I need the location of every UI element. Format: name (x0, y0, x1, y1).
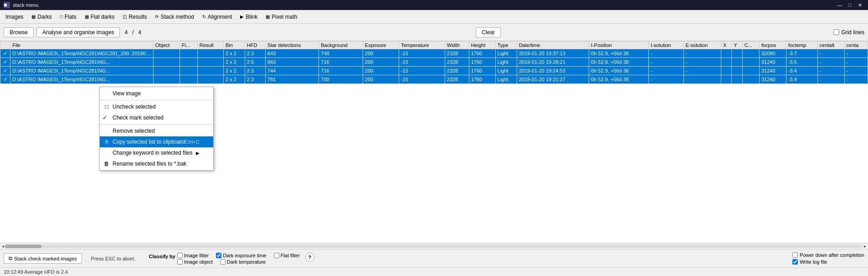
write-log-checkbox[interactable] (792, 259, 798, 265)
context-menu-item-view-image[interactable]: View image (100, 88, 213, 99)
classify-row-2: Image object Dark temperature (177, 259, 300, 265)
context-menu-shortcut: Ctrl+C (185, 139, 199, 145)
menu-blink[interactable]: ▶ Blink (236, 13, 261, 21)
context-menu-item-remove-selected[interactable]: Remove selected (100, 125, 213, 136)
col-centalt[interactable]: centalt (817, 42, 844, 49)
table-row[interactable]: ✓D:\ASTRO IMAGES\_1Temp\NGC281\NG...2 x … (0, 67, 868, 75)
menu-item-icon: □ (103, 103, 111, 111)
col-iposition[interactable]: I-Position (589, 42, 649, 49)
col-bin[interactable]: Bin (223, 42, 245, 49)
col-background[interactable]: Background (319, 42, 363, 49)
menu-images[interactable]: Images (2, 13, 27, 21)
col-centa[interactable]: centa (844, 42, 868, 49)
col-c[interactable]: C... (742, 42, 759, 49)
scroll-track[interactable] (5, 245, 863, 248)
gridlines-label: Grid lines (841, 29, 864, 36)
count-separator: / (132, 29, 134, 36)
col-result[interactable]: Result (197, 42, 223, 49)
menu-stack-method[interactable]: ⟳ Stack method (151, 13, 197, 21)
menu-darks[interactable]: ▦ Darks (28, 13, 55, 21)
context-menu-item-check-mark-selected[interactable]: ✓Check mark selected (100, 112, 213, 123)
table-row[interactable]: ✓D:\ASTRO IMAGES\_1Temp\NGC281\NGC281_20… (0, 49, 868, 58)
col-temperature[interactable]: Temperature (399, 42, 445, 49)
maximize-button[interactable]: □ (845, 1, 854, 9)
context-menu-item-label: View image (113, 90, 141, 97)
context-menu-item-label: Check mark selected (113, 115, 164, 121)
gridlines-checkbox[interactable] (833, 29, 839, 35)
menu-flat-darks[interactable]: ▦ Flat darks (81, 13, 118, 21)
toolbar: Browse Analyse and organise images 4 / 4… (0, 24, 868, 41)
analyse-button[interactable]: Analyse and organise images (36, 27, 120, 37)
title-bar: ■ stack menu — □ ✕ (0, 0, 868, 10)
stack-button-label: Stack check marked images (14, 256, 77, 261)
col-file[interactable]: File (10, 42, 154, 49)
context-menu-item-label: Remove selected (113, 128, 155, 134)
stack-button[interactable]: ⧉ Stack check marked images (4, 253, 82, 264)
col-x[interactable]: X (721, 42, 732, 49)
col-width[interactable]: Width (445, 42, 469, 49)
classify-image-object-checkbox[interactable] (177, 259, 183, 265)
minimize-button[interactable]: — (835, 1, 844, 9)
col-object[interactable]: Object (153, 42, 180, 49)
col-exposure[interactable]: Exposure (363, 42, 399, 49)
table-area: File Object Fi... Result Bin HFD Star de… (0, 41, 868, 249)
clear-button[interactable]: Clear (476, 27, 501, 37)
count-current: 4 (123, 29, 129, 36)
col-y[interactable]: Y (732, 42, 742, 49)
menu-results[interactable]: ◫ Results (119, 13, 150, 21)
classify-row-1: Image filter Dark exposure time Flat fil… (177, 253, 300, 258)
col-check (0, 42, 10, 49)
context-menu-separator (100, 124, 213, 125)
classify-section: Classify by Image filter Dark exposure t… (149, 253, 314, 265)
classify-dark-temperature[interactable]: Dark temperature (220, 259, 266, 265)
horizontal-scrollbar[interactable]: ◂ ▸ (0, 243, 868, 249)
menu-pixel-math[interactable]: ▦ Pixel math (262, 13, 301, 21)
menu-item-icon: 🗑 (103, 160, 111, 168)
scroll-thumb[interactable] (5, 245, 41, 248)
close-button[interactable]: ✕ (855, 1, 864, 9)
context-menu-item-label: Uncheck selected (113, 104, 156, 110)
menu-item-icon: ⎘ (103, 138, 111, 146)
help-button[interactable]: ? (305, 253, 314, 262)
classify-flat-filter-checkbox[interactable] (274, 253, 279, 258)
classify-dark-exposure[interactable]: Dark exposure time (216, 253, 266, 258)
classify-dark-temperature-checkbox[interactable] (220, 259, 226, 265)
col-foctemp[interactable]: foctemp (786, 42, 817, 49)
classify-image-object[interactable]: Image object (177, 259, 213, 265)
context-menu-item-label: Change keyword in selected files (113, 150, 192, 156)
col-type[interactable]: Type (495, 42, 517, 49)
classify-image-filter-checkbox[interactable] (177, 253, 183, 258)
stack-button-icon: ⧉ (9, 255, 12, 261)
classify-image-filter[interactable]: Image filter (177, 253, 209, 258)
context-menu-item-copy-list[interactable]: ⎘Copy selected list to clipboardCtrl+C (100, 136, 213, 147)
col-filter[interactable]: Fi... (180, 42, 197, 49)
context-menu-item-rename-selected[interactable]: 🗑Rename selected files to *.bak (100, 158, 213, 169)
table-row[interactable]: ✓D:\ASTRO IMAGES\_1Temp\NGC281\NG...2 x … (0, 75, 868, 84)
col-focpos[interactable]: focpos (759, 42, 786, 49)
scroll-left-arrow[interactable]: ◂ (1, 244, 5, 249)
write-log-option[interactable]: Write log file (792, 259, 864, 265)
menu-flats[interactable]: □ Flats (56, 13, 80, 21)
power-down-option[interactable]: Power down after completion (792, 252, 864, 258)
scroll-right-arrow[interactable]: ▸ (863, 244, 867, 249)
context-menu-item-uncheck-selected[interactable]: □Uncheck selected (100, 101, 213, 112)
classify-dark-exposure-checkbox[interactable] (216, 253, 221, 258)
col-esolution[interactable]: E-solution (683, 42, 721, 49)
col-height[interactable]: Height (469, 42, 495, 49)
browse-button[interactable]: Browse (4, 27, 34, 37)
press-esc-text: Press ESC to abort. (87, 256, 140, 261)
table-row[interactable]: ✓D:\ASTRO IMAGES\_1Temp\NGC281\NG...2 x … (0, 58, 868, 67)
check-icon: ✓ (103, 115, 107, 121)
count-total: 4 (136, 29, 143, 36)
menu-alignment[interactable]: ↻ Alignment (199, 13, 236, 21)
col-hfd[interactable]: HFD (245, 42, 265, 49)
classify-flat-filter[interactable]: Flat filter (274, 253, 300, 258)
col-isolution[interactable]: I-solution (649, 42, 683, 49)
data-table: File Object Fi... Result Bin HFD Star de… (0, 41, 868, 84)
power-down-checkbox[interactable] (792, 252, 798, 258)
submenu-arrow-icon: ▶ (196, 151, 200, 156)
context-menu-item-change-keyword[interactable]: Change keyword in selected files▶ (100, 147, 213, 158)
col-datetime[interactable]: Date/time (517, 42, 589, 49)
power-section: Power down after completion Write log fi… (792, 252, 864, 265)
col-stars[interactable]: Star detections (265, 42, 318, 49)
